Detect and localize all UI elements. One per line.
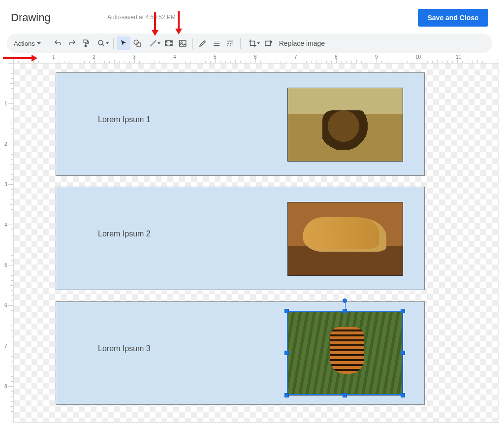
horizontal-ruler: 1234567891011: [13, 54, 499, 63]
save-and-close-button[interactable]: Save and Close: [418, 9, 489, 27]
border-weight-button[interactable]: [210, 36, 223, 50]
card-1[interactable]: Lorem Ipsum 1: [56, 72, 425, 176]
svg-rect-0: [83, 40, 87, 42]
border-dash-button[interactable]: [223, 36, 237, 50]
shape-tool-button[interactable]: [130, 36, 144, 50]
svg-point-2: [98, 40, 103, 45]
ruler-label: 5: [4, 263, 7, 268]
border-weight-icon: [212, 39, 221, 48]
zoom-button[interactable]: [93, 36, 110, 50]
actions-menu-button[interactable]: Actions: [10, 38, 45, 49]
svg-rect-1: [85, 46, 86, 47]
ruler-label: 11: [456, 54, 461, 60]
image-icon: [178, 39, 187, 48]
actions-label: Actions: [14, 40, 35, 47]
chevron-down-icon: [257, 42, 260, 44]
card-text[interactable]: Lorem Ipsum 3: [98, 344, 151, 353]
undo-button[interactable]: [51, 36, 65, 50]
ruler-label: 7: [294, 54, 297, 60]
ruler-label: 2: [4, 141, 7, 147]
insert-image-button[interactable]: [176, 36, 189, 50]
svg-rect-18: [265, 41, 271, 46]
border-dash-icon: [226, 39, 235, 48]
shape-icon: [133, 39, 142, 48]
ruler-label: 3: [4, 182, 7, 187]
ruler-label: 2: [93, 54, 95, 60]
border-color-button[interactable]: [196, 36, 210, 50]
vertical-ruler: 12345678: [4, 63, 13, 423]
separator: [192, 38, 193, 49]
svg-rect-7: [170, 41, 172, 42]
chevron-down-icon: [158, 42, 160, 44]
svg-rect-8: [165, 44, 167, 46]
svg-rect-4: [137, 43, 140, 46]
ruler-label: 5: [214, 54, 217, 60]
crop-icon: [248, 39, 257, 48]
ruler-label: 1: [4, 101, 7, 106]
separator: [48, 38, 48, 49]
pencil-icon: [198, 39, 207, 48]
svg-rect-10: [179, 40, 186, 46]
crop-button[interactable]: [244, 36, 261, 50]
separator: [113, 38, 114, 49]
separator: [240, 38, 241, 49]
zoom-icon: [97, 39, 106, 48]
toolbar: Actions: [7, 33, 492, 53]
text-box-button[interactable]: [162, 36, 176, 50]
paint-format-icon: [81, 39, 90, 48]
card-text[interactable]: Lorem Ipsum 1: [98, 115, 151, 124]
drawing-editor: Drawing Save and Close Auto-saved at 4:5…: [0, 0, 499, 426]
reset-image-icon: [264, 39, 273, 48]
text-box-icon: [164, 39, 173, 48]
cheetah-image[interactable]: [287, 202, 403, 276]
ruler-label: 10: [415, 54, 421, 60]
chevron-down-icon: [106, 42, 109, 44]
redo-icon: [67, 39, 76, 48]
ruler-label: 7: [4, 343, 7, 349]
ruler-label: 6: [254, 54, 257, 60]
ruler-label: 1: [52, 54, 55, 60]
replace-image-button[interactable]: Replace image: [279, 39, 325, 47]
card-2[interactable]: Lorem Ipsum 2: [56, 187, 425, 290]
select-tool-button[interactable]: [117, 36, 130, 50]
chevron-down-icon: [37, 42, 41, 44]
ruler-label: 8: [335, 54, 338, 60]
ruler-label: 4: [4, 222, 7, 228]
select-icon: [119, 39, 128, 48]
undo-icon: [54, 39, 63, 48]
svg-rect-9: [170, 44, 172, 46]
ruler-label: 8: [4, 384, 7, 389]
svg-point-3: [134, 40, 138, 44]
line-icon: [149, 39, 158, 48]
card-3[interactable]: Lorem Ipsum 3: [56, 301, 425, 405]
ruler-label: 3: [133, 54, 136, 60]
paint-format-button[interactable]: [79, 36, 93, 50]
drawing-canvas[interactable]: Lorem Ipsum 1 Lorem Ipsum 2 Lorem Ipsum …: [13, 63, 499, 423]
reset-image-button[interactable]: [261, 36, 275, 50]
ruler-label: 6: [4, 303, 7, 308]
lion-image[interactable]: [287, 88, 403, 162]
redo-button[interactable]: [65, 36, 79, 50]
svg-rect-6: [165, 41, 167, 42]
card-text[interactable]: Lorem Ipsum 2: [98, 230, 151, 238]
autosave-status: Auto-saved at 4:50:52 PM: [107, 14, 176, 21]
line-tool-button[interactable]: [144, 36, 162, 50]
app-title: Drawing: [11, 11, 51, 24]
ruler-label: 9: [375, 54, 378, 60]
ruler-label: 4: [173, 54, 176, 60]
header-bar: Drawing Save and Close: [0, 0, 499, 33]
tiger-image[interactable]: [287, 312, 403, 395]
